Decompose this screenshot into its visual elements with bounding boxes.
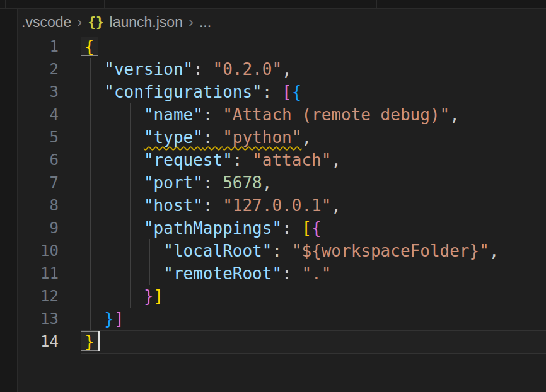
token: "localRoot" bbox=[163, 241, 272, 260]
line-number[interactable]: 9 bbox=[18, 217, 59, 239]
token: "attach" bbox=[252, 151, 331, 170]
token: : bbox=[193, 60, 212, 79]
token: ] bbox=[114, 309, 124, 328]
line-number[interactable]: 13 bbox=[18, 308, 59, 330]
line-number[interactable]: 6 bbox=[18, 149, 59, 171]
editor-pane[interactable]: .vscode›{}launch.json›... 12345678910111… bbox=[18, 9, 546, 392]
token bbox=[84, 151, 144, 170]
token: , bbox=[331, 196, 341, 215]
token: : bbox=[272, 241, 291, 260]
token: [ bbox=[282, 83, 292, 101]
token: ] bbox=[154, 287, 164, 306]
line-number[interactable]: 8 bbox=[18, 194, 59, 217]
token bbox=[84, 219, 144, 238]
token bbox=[84, 309, 104, 328]
token: "0.2.0" bbox=[213, 60, 282, 79]
token bbox=[84, 128, 144, 147]
token: "127.0.0.1" bbox=[223, 196, 331, 215]
token: [ bbox=[301, 219, 311, 238]
token: } bbox=[104, 309, 114, 328]
token: , bbox=[282, 60, 292, 79]
gutter: 1234567891011121314 bbox=[18, 35, 59, 353]
tab-divider bbox=[104, 0, 105, 8]
tab-divider bbox=[5, 0, 6, 8]
token: : bbox=[282, 264, 301, 283]
warning-squiggle: "type": "python" bbox=[144, 128, 301, 147]
warning-token: : bbox=[203, 128, 223, 147]
token: { bbox=[84, 37, 95, 56]
token: { bbox=[292, 83, 302, 101]
token: : bbox=[233, 151, 252, 170]
tab-divider bbox=[376, 0, 377, 8]
breadcrumb-symbol[interactable]: ... bbox=[199, 14, 211, 31]
token: , bbox=[489, 241, 499, 260]
token: } bbox=[144, 287, 154, 306]
code-line-2[interactable]: "version": "0.2.0", bbox=[84, 58, 546, 81]
breadcrumb-file[interactable]: launch.json bbox=[110, 14, 183, 31]
token bbox=[84, 196, 144, 215]
token: , bbox=[331, 151, 341, 170]
token: "pathMappings" bbox=[144, 219, 282, 238]
line-number[interactable]: 12 bbox=[18, 285, 59, 308]
code-line-4[interactable]: "name": "Attach (remote debug)", bbox=[84, 103, 546, 126]
code-line-14[interactable]: } bbox=[84, 330, 546, 353]
token: : bbox=[282, 219, 301, 238]
code-line-5[interactable]: "type": "python", bbox=[84, 126, 546, 149]
token: : bbox=[262, 83, 282, 101]
token: "port" bbox=[144, 173, 203, 192]
breadcrumb: .vscode›{}launch.json›... bbox=[21, 9, 217, 35]
code-line-13[interactable]: }] bbox=[84, 308, 546, 330]
code-line-1[interactable]: { bbox=[84, 35, 546, 58]
line-number[interactable]: 10 bbox=[18, 239, 59, 262]
token: "remoteRoot" bbox=[163, 264, 282, 283]
token: , bbox=[262, 173, 272, 192]
code-line-3[interactable]: "configurations": [{ bbox=[84, 81, 546, 103]
token: "name" bbox=[144, 105, 203, 124]
code-line-10[interactable]: "localRoot": "${workspaceFolder}", bbox=[84, 239, 546, 262]
token: { bbox=[311, 219, 322, 238]
token: "configurations" bbox=[104, 83, 262, 101]
line-number[interactable]: 3 bbox=[18, 81, 59, 103]
breadcrumb-separator-icon: › bbox=[189, 13, 194, 31]
token: "." bbox=[301, 264, 331, 283]
code-line-9[interactable]: "pathMappings": [{ bbox=[84, 217, 546, 239]
token: "Attach (remote debug)" bbox=[223, 105, 450, 124]
breadcrumb-folder[interactable]: .vscode bbox=[21, 14, 71, 31]
text-cursor bbox=[98, 331, 100, 351]
token bbox=[84, 83, 104, 101]
json-file-icon[interactable]: {} bbox=[88, 14, 103, 30]
code-line-8[interactable]: "host": "127.0.0.1", bbox=[84, 194, 546, 217]
tab-bar bbox=[0, 0, 546, 9]
breadcrumb-separator-icon: › bbox=[77, 13, 82, 31]
token bbox=[84, 60, 104, 79]
token bbox=[84, 287, 144, 306]
token: : bbox=[203, 173, 223, 192]
token: , bbox=[450, 105, 460, 124]
token: "${workspaceFolder}" bbox=[292, 241, 489, 260]
token: "request" bbox=[144, 151, 233, 170]
code-line-7[interactable]: "port": 5678, bbox=[84, 171, 546, 194]
token bbox=[84, 264, 163, 283]
line-number[interactable]: 7 bbox=[18, 171, 59, 194]
sidebar-edge bbox=[0, 9, 18, 392]
line-number[interactable]: 2 bbox=[18, 58, 59, 81]
code-line-12[interactable]: }] bbox=[84, 285, 546, 308]
code-area[interactable]: { "version": "0.2.0", "configurations": … bbox=[84, 35, 546, 353]
token: "host" bbox=[144, 196, 203, 215]
token: : bbox=[203, 105, 223, 124]
code-line-11[interactable]: "remoteRoot": "." bbox=[84, 262, 546, 285]
token: 5678 bbox=[223, 173, 262, 192]
warning-token: "type" bbox=[144, 128, 203, 147]
line-number[interactable]: 11 bbox=[18, 262, 59, 285]
line-number[interactable]: 4 bbox=[18, 103, 59, 126]
line-number[interactable]: 5 bbox=[18, 126, 59, 149]
warning-token: "python" bbox=[223, 128, 301, 147]
line-number[interactable]: 14 bbox=[18, 330, 59, 353]
code-line-6[interactable]: "request": "attach", bbox=[84, 149, 546, 171]
token: } bbox=[84, 332, 95, 351]
token: : bbox=[203, 196, 223, 215]
token: , bbox=[301, 128, 311, 147]
line-number[interactable]: 1 bbox=[18, 35, 59, 58]
token bbox=[84, 241, 163, 260]
token bbox=[84, 173, 144, 192]
